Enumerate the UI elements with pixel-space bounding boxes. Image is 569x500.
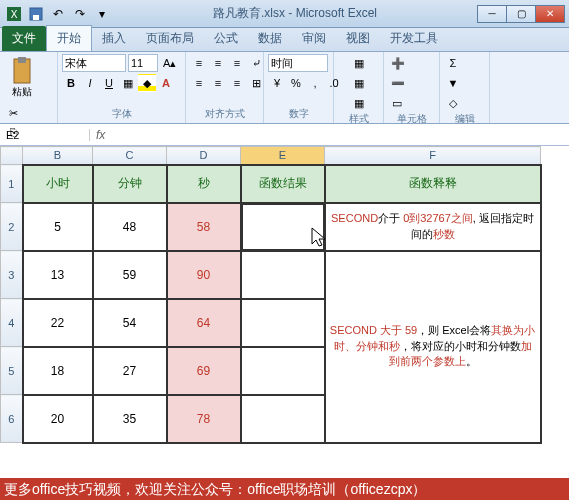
currency-icon[interactable]: ¥ [268, 74, 286, 92]
tab-review[interactable]: 审阅 [292, 26, 336, 51]
qat-dropdown-icon[interactable]: ▾ [92, 4, 112, 24]
border-button[interactable]: ▦ [119, 74, 137, 92]
cell-b2[interactable]: 5 [23, 203, 93, 251]
maximize-button[interactable]: ▢ [506, 5, 536, 23]
close-button[interactable]: ✕ [535, 5, 565, 23]
redo-icon[interactable]: ↷ [70, 4, 90, 24]
group-cells: ➕ ➖ ▭ 单元格 [384, 52, 440, 123]
formula-bar: E2 fx [0, 124, 569, 146]
group-cells-label: 单元格 [388, 112, 435, 126]
header-hour[interactable]: 小时 [23, 165, 93, 203]
comma-icon[interactable]: , [306, 74, 324, 92]
italic-button[interactable]: I [81, 74, 99, 92]
cell-c2[interactable]: 48 [93, 203, 167, 251]
cell-c6[interactable]: 35 [93, 395, 167, 443]
row-header-1[interactable]: 1 [1, 165, 23, 203]
table-style-icon[interactable]: ▦ [350, 74, 368, 92]
tab-insert[interactable]: 插入 [92, 26, 136, 51]
tab-view[interactable]: 视图 [336, 26, 380, 51]
fill-color-button[interactable]: ◆ [138, 74, 156, 92]
percent-icon[interactable]: % [287, 74, 305, 92]
cell-b3[interactable]: 13 [23, 251, 93, 299]
col-header-b[interactable]: B [23, 147, 93, 165]
row-header-6[interactable]: 6 [1, 395, 23, 443]
font-color-button[interactable]: A [157, 74, 175, 92]
minimize-button[interactable]: ─ [477, 5, 507, 23]
format-cell-icon[interactable]: ▭ [388, 94, 406, 112]
fill-icon[interactable]: ▼ [444, 74, 462, 92]
font-size-select[interactable]: 11 [128, 54, 158, 72]
cell-f3-6[interactable]: SECOND 大于 59，则 Excel会将其换为小时、分钟和秒，将对应的小时和… [325, 251, 541, 443]
header-second[interactable]: 秒 [167, 165, 241, 203]
footer-banner: 更多office技巧视频，欢迎关注公众号：office职场培训（officezc… [0, 478, 569, 500]
cell-d5[interactable]: 69 [167, 347, 241, 395]
cell-e3[interactable] [241, 251, 325, 299]
cell-e5[interactable] [241, 347, 325, 395]
undo-icon[interactable]: ↶ [48, 4, 68, 24]
cut-icon[interactable]: ✂ [4, 104, 22, 122]
tab-layout[interactable]: 页面布局 [136, 26, 204, 51]
tab-file[interactable]: 文件 [2, 26, 46, 51]
cell-e6[interactable] [241, 395, 325, 443]
clear-icon[interactable]: ◇ [444, 94, 462, 112]
worksheet[interactable]: B C D E F 1 小时 分钟 秒 函数结果 函数释释 2 5 48 58 … [0, 146, 569, 480]
cell-c3[interactable]: 59 [93, 251, 167, 299]
tab-dev[interactable]: 开发工具 [380, 26, 448, 51]
font-name-select[interactable]: 宋体 [62, 54, 126, 72]
row-header-4[interactable]: 4 [1, 299, 23, 347]
merge-icon[interactable]: ⊞ [247, 74, 265, 92]
insert-cell-icon[interactable]: ➕ [388, 54, 408, 72]
cell-d2[interactable]: 58 [167, 203, 241, 251]
delete-cell-icon[interactable]: ➖ [388, 74, 408, 92]
window-title: 路凡教育.xlsx - Microsoft Excel [112, 5, 478, 22]
col-header-e[interactable]: E [241, 147, 325, 165]
paste-button[interactable]: 粘贴 [4, 54, 40, 102]
tab-home[interactable]: 开始 [46, 25, 92, 51]
group-font-label: 字体 [62, 107, 181, 121]
cell-d6[interactable]: 78 [167, 395, 241, 443]
cell-e2-selected[interactable] [241, 203, 325, 251]
cell-style-icon[interactable]: ▦ [350, 94, 368, 112]
cell-d4[interactable]: 64 [167, 299, 241, 347]
group-styles-label: 样式 [338, 112, 379, 126]
underline-button[interactable]: U [100, 74, 118, 92]
row-header-3[interactable]: 3 [1, 251, 23, 299]
fx-icon[interactable]: fx [90, 128, 111, 142]
number-format-select[interactable]: 时间 [268, 54, 328, 72]
row-header-2[interactable]: 2 [1, 203, 23, 251]
wrap-icon[interactable]: ⤶ [247, 54, 265, 72]
cell-f2[interactable]: SECOND介于 0到32767之间, 返回指定时间的秒数 [325, 203, 541, 251]
formula-input[interactable] [111, 129, 569, 141]
cell-d3[interactable]: 90 [167, 251, 241, 299]
bold-button[interactable]: B [62, 74, 80, 92]
col-header-f[interactable]: F [325, 147, 541, 165]
name-box[interactable]: E2 [0, 129, 90, 141]
align-left-icon[interactable]: ≡ [190, 74, 208, 92]
cell-b6[interactable]: 20 [23, 395, 93, 443]
col-header-c[interactable]: C [93, 147, 167, 165]
cell-b5[interactable]: 18 [23, 347, 93, 395]
autosum-icon[interactable]: Σ [444, 54, 462, 72]
select-all-corner[interactable] [1, 147, 23, 165]
increase-font-icon[interactable]: A▴ [160, 54, 179, 72]
row-header-5[interactable]: 5 [1, 347, 23, 395]
align-middle-icon[interactable]: ≡ [209, 54, 227, 72]
spreadsheet-grid: B C D E F 1 小时 分钟 秒 函数结果 函数释释 2 5 48 58 … [0, 146, 542, 444]
cell-c4[interactable]: 54 [93, 299, 167, 347]
header-explain[interactable]: 函数释释 [325, 165, 541, 203]
align-right-icon[interactable]: ≡ [228, 74, 246, 92]
cell-c5[interactable]: 27 [93, 347, 167, 395]
tab-data[interactable]: 数据 [248, 26, 292, 51]
cell-b4[interactable]: 22 [23, 299, 93, 347]
tab-formula[interactable]: 公式 [204, 26, 248, 51]
align-top-icon[interactable]: ≡ [190, 54, 208, 72]
cond-format-icon[interactable]: ▦ [350, 54, 368, 72]
header-result[interactable]: 函数结果 [241, 165, 325, 203]
group-edit-label: 编辑 [444, 112, 485, 126]
save-icon[interactable] [26, 4, 46, 24]
header-minute[interactable]: 分钟 [93, 165, 167, 203]
cell-e4[interactable] [241, 299, 325, 347]
align-center-icon[interactable]: ≡ [209, 74, 227, 92]
align-bottom-icon[interactable]: ≡ [228, 54, 246, 72]
col-header-d[interactable]: D [167, 147, 241, 165]
